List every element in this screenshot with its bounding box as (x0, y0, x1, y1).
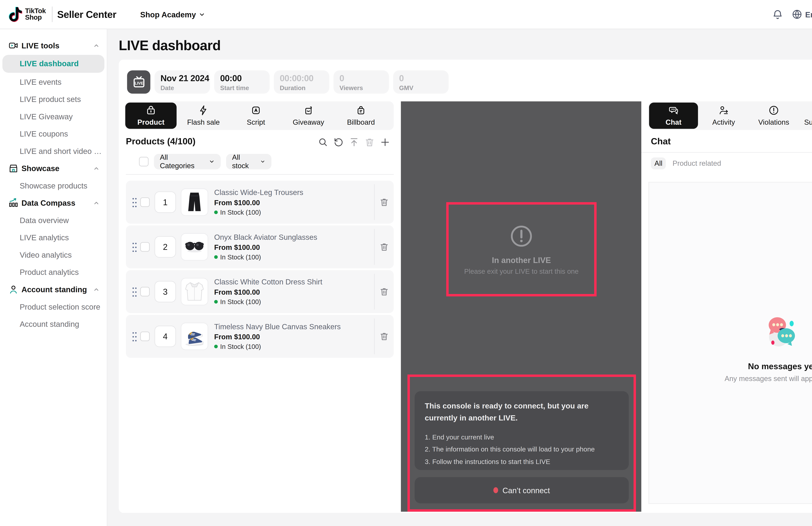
row-order-input[interactable]: 1 (155, 191, 176, 213)
row-divider (374, 229, 375, 265)
sidebar-item-showcase-products[interactable]: Showcase products (0, 177, 107, 194)
tab-billboard[interactable]: Billboard (335, 103, 387, 129)
product-info: Onyx Black Aviator Sunglasses From $100.… (214, 233, 374, 261)
row-order-input[interactable]: 2 (155, 236, 176, 258)
add-product-icon[interactable] (380, 137, 390, 147)
person-icon (8, 284, 18, 294)
overlay-subtitle: Please exit your LIVE to start this one (464, 268, 579, 275)
notifications-bell-icon[interactable] (772, 9, 783, 20)
row-order-input[interactable]: 3 (155, 281, 176, 302)
tab-giveaway[interactable]: Giveaway (283, 103, 334, 129)
chevron-down-icon (260, 159, 265, 165)
sidebar-section-data-compass[interactable]: Data Compass (0, 194, 107, 212)
delete-product-button[interactable] (379, 242, 389, 252)
delete-selected-icon[interactable] (364, 137, 375, 147)
status-dot-icon (494, 487, 498, 493)
sidebar-section-showcase[interactable]: Showcase (0, 160, 107, 177)
products-divider (126, 174, 394, 175)
sidebar-item-live-analytics[interactable]: LIVE analytics (0, 229, 107, 246)
sidebar-item-live-coupons[interactable]: LIVE coupons (0, 125, 107, 143)
live-video-preview: In another LIVE Please exit your LIVE to… (401, 101, 641, 512)
move-to-top-icon[interactable] (349, 137, 359, 147)
overlay-title: In another LIVE (492, 256, 551, 265)
sidebar-item-product-selection-score[interactable]: Product selection score (0, 298, 107, 316)
delete-product-button[interactable] (379, 198, 389, 207)
chevron-up-icon[interactable] (93, 286, 100, 293)
row-checkbox[interactable] (140, 287, 150, 296)
sidebar-item-live-events[interactable]: LIVE events (0, 73, 107, 91)
stat-start-time[interactable]: 00:00 Start time (214, 70, 270, 93)
chat-filter-row: All Product related (651, 158, 721, 169)
products-filter-row: All Categories All stock (139, 154, 272, 170)
console-connect-overlay: This console is ready to connect, but yo… (407, 375, 636, 512)
delete-product-button[interactable] (379, 287, 389, 296)
product-name: Onyx Black Aviator Sunglasses (214, 233, 374, 242)
chevron-up-icon[interactable] (93, 42, 100, 49)
console-step: 3. Follow the instructions to start this… (425, 455, 619, 468)
drag-handle-icon[interactable] (132, 331, 136, 342)
drag-handle-icon[interactable] (132, 286, 136, 297)
drag-handle-icon[interactable] (132, 197, 136, 207)
stat-date[interactable]: Nov 21 2024 Date (155, 70, 210, 93)
row-order-input[interactable]: 4 (155, 326, 176, 347)
chat-bubbles-illustration (763, 315, 802, 351)
sidebar-section-account-standing[interactable]: Account standing (0, 281, 107, 298)
console-message-card: This console is ready to connect, but yo… (415, 391, 629, 470)
product-price: From $100.00 (214, 243, 374, 252)
stock-dot-icon (214, 345, 218, 348)
chat-filter-all[interactable]: All (651, 158, 666, 169)
row-checkbox[interactable] (140, 332, 150, 341)
tab-flash-sale[interactable]: Flash sale (178, 103, 229, 129)
tab-activity[interactable]: Activity (699, 103, 748, 129)
tab-suggestions[interactable]: Suggestions (799, 103, 812, 129)
lightning-icon (198, 105, 209, 116)
sidebar-section-live-tools[interactable]: LIVE tools (0, 37, 107, 54)
row-checkbox[interactable] (140, 198, 150, 207)
refresh-icon[interactable] (333, 137, 344, 147)
row-divider (374, 319, 375, 354)
video-camera-icon (8, 41, 18, 50)
stat-duration: 00:00:00 Duration (274, 70, 329, 93)
language-selector[interactable]: English (792, 9, 812, 20)
sidebar-item-video-analytics[interactable]: Video analytics (0, 246, 107, 264)
row-checkbox[interactable] (140, 242, 150, 252)
stock-dot-icon (214, 255, 218, 259)
script-icon (250, 105, 261, 116)
sidebar-item-live-product-sets[interactable]: LIVE product sets (0, 91, 107, 108)
select-all-checkbox[interactable] (139, 157, 149, 166)
tab-product[interactable]: Product (125, 103, 176, 129)
alert-circle-icon (768, 105, 779, 116)
sidebar-item-live-dashboard[interactable]: LIVE dashboard (2, 55, 104, 73)
right-tab-bar: Chat Activity Violations Suggestions (649, 101, 812, 130)
live-session-badge: LIVE (127, 70, 150, 93)
search-icon[interactable] (318, 137, 328, 147)
tiktok-shop-logo[interactable]: TikTokShop (8, 6, 46, 22)
tab-violations[interactable]: Violations (749, 103, 798, 129)
stock-filter-select[interactable]: All stock (226, 154, 271, 170)
stock-dot-icon (214, 300, 218, 304)
category-filter-select[interactable]: All Categories (154, 154, 221, 170)
sidebar-item-product-analytics[interactable]: Product analytics (0, 264, 107, 281)
product-price: From $100.00 (214, 199, 374, 207)
cant-connect-button[interactable]: Can’t connect (415, 477, 629, 503)
delete-product-button[interactable] (379, 332, 389, 341)
tab-script[interactable]: Script (230, 103, 281, 129)
sidebar-item-account-standing[interactable]: Account standing (0, 316, 107, 333)
stock-dot-icon (214, 210, 218, 214)
sidebar-item-data-overview[interactable]: Data overview (0, 212, 107, 229)
drag-handle-icon[interactable] (132, 242, 136, 252)
sidebar-item-live-giveaway[interactable]: LIVE Giveaway (0, 108, 107, 125)
main-area: LIVE dashboard LIVE tips and tricks LIVE… (107, 29, 812, 526)
header-divider (52, 6, 53, 22)
nav-shop-academy[interactable]: Shop Academy (140, 10, 205, 19)
brand-wordmark: TikTokShop (25, 8, 46, 21)
row-divider (374, 184, 375, 220)
chat-filter-product-related[interactable]: Product related (672, 159, 721, 167)
tab-chat[interactable]: Chat (649, 103, 698, 129)
chevron-up-icon[interactable] (93, 165, 100, 172)
chevron-up-icon[interactable] (93, 200, 100, 206)
stat-viewers: 0 Viewers (333, 70, 389, 93)
sidebar: LIVE tools LIVE dashboard LIVE events LI… (0, 29, 107, 526)
row-divider (374, 274, 375, 309)
sidebar-item-live-short-video[interactable]: LIVE and short video ca... (0, 143, 107, 160)
